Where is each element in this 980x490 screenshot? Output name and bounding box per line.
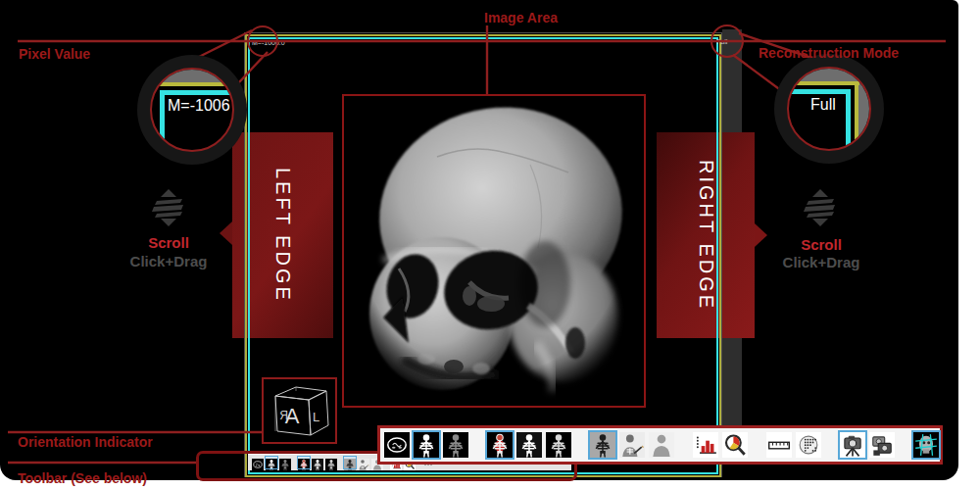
stipple-render-button[interactable] xyxy=(796,432,821,458)
scroll-hint-label: Scroll xyxy=(129,234,208,251)
pixel-value-callout-circle xyxy=(247,25,278,57)
scroll-hint-label: Scroll xyxy=(782,236,860,253)
skeleton-red-icon xyxy=(487,432,513,458)
histogram-icon xyxy=(693,432,718,458)
histogram-button[interactable] xyxy=(693,432,718,458)
skeleton-frontal-button[interactable] xyxy=(414,432,439,458)
magnified-yellow-border xyxy=(855,81,858,149)
toolbar-magnified-panel xyxy=(377,425,943,465)
reconstruction-mode-annotation-label: Reconstruction Mode xyxy=(759,45,899,61)
recon-mode-callout-circle xyxy=(710,24,744,58)
magnifier-icon xyxy=(722,432,748,458)
skin-skeleton-edit-button[interactable] xyxy=(619,432,645,458)
ct-slice-icon xyxy=(384,432,410,458)
person-skeleton-icon xyxy=(619,432,645,458)
cameras-icon xyxy=(869,432,895,458)
image-area-viewport[interactable] xyxy=(248,37,718,474)
ruler-icon xyxy=(766,432,792,458)
skeleton-soft-tissue-button[interactable] xyxy=(487,432,513,458)
zoom-analysis-button[interactable] xyxy=(722,432,748,458)
pixel-value-magnifier-circle: M=-1006 xyxy=(150,68,234,152)
recon-mode-magnified-text: Full xyxy=(810,96,836,114)
skeleton-gray-icon xyxy=(590,432,615,458)
toolbar-annotation-label: Toolbar (See below) xyxy=(18,470,147,486)
scroll-layers-icon xyxy=(152,189,185,226)
multi-snapshot-button[interactable] xyxy=(869,432,895,458)
skeleton-posterior-button[interactable] xyxy=(443,432,468,458)
pixel-value-magnified-text: M=-1006 xyxy=(168,97,230,115)
skeleton-gray-button[interactable] xyxy=(590,432,615,458)
magnified-cyan-border xyxy=(789,89,851,94)
recon-mode-magnifier-circle: Full xyxy=(787,67,871,151)
orientation-indicator-annotation-label: Orientation Indicator xyxy=(18,434,153,450)
person-icon xyxy=(649,432,674,458)
skeleton-icon xyxy=(414,432,439,458)
skeleton-mid-icon xyxy=(546,432,571,458)
camera-icon xyxy=(840,432,865,458)
pixel-value-annotation-label: Pixel Value xyxy=(19,46,90,62)
skull-grid-icon xyxy=(913,432,939,458)
measure-ruler-button[interactable] xyxy=(766,432,792,458)
skeleton-coronal-button[interactable] xyxy=(546,432,571,458)
annotated-viewer-diagram: M=-1006.0 Full xyxy=(0,0,980,490)
skin-view-button[interactable] xyxy=(649,432,674,458)
magnified-yellow-border xyxy=(152,82,232,86)
magnified-cyan-border xyxy=(846,89,851,149)
skeleton-bright-icon xyxy=(516,432,542,458)
axial-view-button[interactable] xyxy=(384,432,410,458)
snapshot-camera-button[interactable] xyxy=(840,432,865,458)
click-drag-hint-label: Click+Drag xyxy=(115,253,222,270)
sphere-icon xyxy=(796,432,821,458)
magnified-cyan-border xyxy=(160,90,232,95)
scroll-layers-icon xyxy=(804,189,837,226)
click-drag-hint-label: Click+Drag xyxy=(767,254,875,270)
image-area-annotation-label: Image Area xyxy=(484,10,558,25)
magnified-yellow-border xyxy=(789,81,859,85)
skeleton-xray-button[interactable] xyxy=(516,432,542,458)
mpr-skull-grid-button[interactable] xyxy=(913,432,939,458)
skeleton-dark-icon xyxy=(443,432,468,458)
